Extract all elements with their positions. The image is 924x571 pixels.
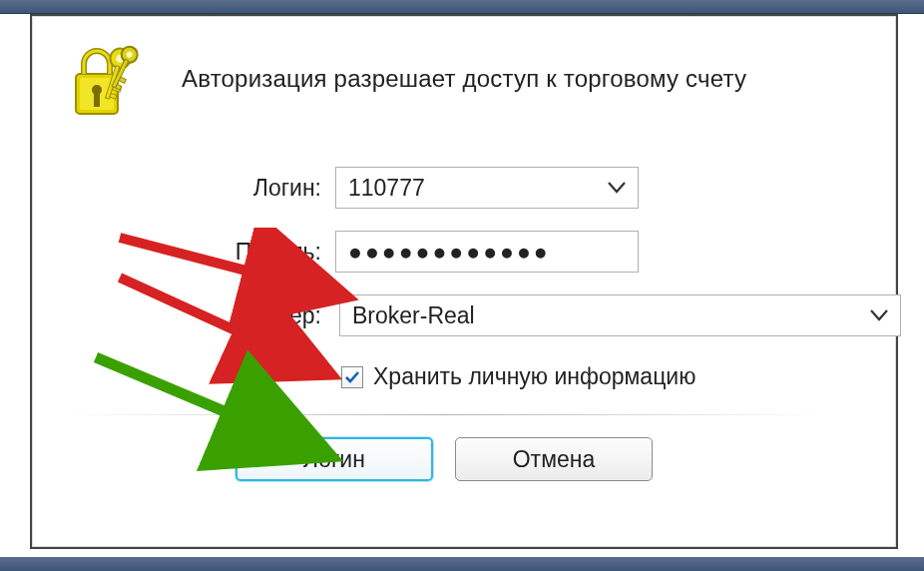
- login-button[interactable]: Логин: [235, 437, 433, 481]
- window-bottom-border: [0, 557, 924, 571]
- password-label: Пароль:: [32, 239, 335, 266]
- cancel-button[interactable]: Отмена: [455, 437, 653, 481]
- remember-checkbox[interactable]: [341, 366, 363, 388]
- dialog-header: Авторизация разрешает доступ к торговому…: [32, 16, 896, 138]
- login-value: 110777: [348, 175, 425, 202]
- login-button-label: Логин: [303, 446, 365, 473]
- server-value: Broker-Real: [352, 302, 475, 329]
- chevron-down-icon: [608, 182, 626, 194]
- remember-label: Хранить личную информацию: [373, 363, 695, 390]
- password-value: ●●●●●●●●●●●●: [348, 239, 551, 266]
- login-combobox[interactable]: 110777: [335, 167, 639, 209]
- password-input[interactable]: ●●●●●●●●●●●●: [335, 231, 639, 273]
- cancel-button-label: Отмена: [513, 446, 596, 473]
- button-bar: Логин Отмена: [32, 437, 856, 481]
- row-login: Логин: 110777: [32, 166, 856, 210]
- window-titlebar: [0, 0, 924, 14]
- svg-rect-3: [94, 93, 100, 107]
- chevron-down-icon: [870, 309, 888, 321]
- lock-keys-icon: [70, 38, 148, 120]
- row-password: Пароль: ●●●●●●●●●●●●: [32, 230, 856, 274]
- server-label: Сервер:: [32, 302, 335, 329]
- login-form: Логин: 110777 Пароль: ●●●●●●●●●●●● Серве…: [32, 138, 896, 481]
- dialog-title: Авторизация разрешает доступ к торговому…: [182, 65, 746, 93]
- login-label: Логин:: [32, 175, 335, 202]
- row-server: Сервер: Broker-Real: [32, 293, 856, 337]
- login-dialog: Авторизация разрешает доступ к торговому…: [30, 14, 898, 549]
- divider: [62, 414, 826, 415]
- server-combobox[interactable]: Broker-Real: [339, 294, 901, 336]
- svg-rect-12: [119, 77, 126, 83]
- row-remember: Хранить личную информацию: [341, 363, 856, 390]
